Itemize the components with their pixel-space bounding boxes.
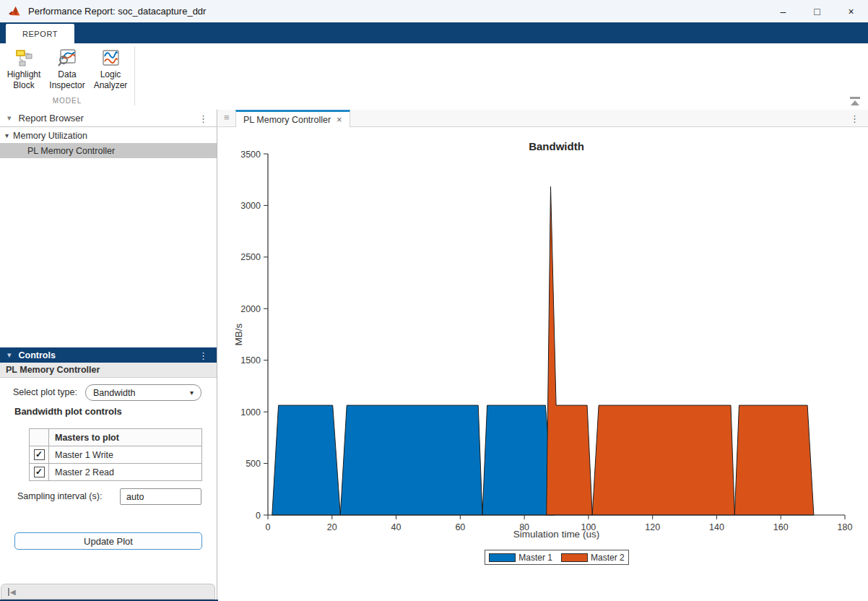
area-series: [547, 186, 814, 515]
maximize-button[interactable]: □: [800, 0, 834, 22]
controls-header: ▾ Controls ⋮: [0, 347, 217, 363]
sampling-interval-value: auto: [126, 492, 144, 502]
update-plot-button[interactable]: Update Plot: [14, 532, 202, 550]
plot-type-label: Select plot type:: [13, 387, 77, 397]
legend-label: Master 1: [518, 553, 552, 563]
ribbon-tab-report[interactable]: REPORT: [6, 24, 74, 43]
legend-item: Master 2: [561, 553, 625, 563]
chart-ylabel: MB/s: [233, 316, 248, 353]
svg-text:0: 0: [256, 511, 261, 521]
checkbox-column-header: [30, 429, 49, 446]
matlab-logo-icon: [9, 6, 22, 17]
report-browser-menu-icon[interactable]: ⋮: [199, 113, 208, 124]
masters-table-header-row: Masters to plot: [30, 429, 202, 446]
highlight-block-label-line1: Highlight: [3, 69, 45, 80]
legend-swatch: [489, 553, 516, 562]
logic-analyzer-label-line2: Analyzer: [90, 80, 131, 91]
legend-swatch: [561, 553, 588, 562]
svg-text:3500: 3500: [240, 150, 261, 160]
collapse-arrow-icon[interactable]: ▾: [7, 350, 12, 360]
collapse-toolstrip-icon[interactable]: [849, 97, 861, 105]
bandwidth-controls-title: Bandwidth plot controls: [14, 406, 122, 417]
plot-type-dropdown[interactable]: Bandwidth ▾: [85, 384, 201, 401]
svg-text:1000: 1000: [240, 407, 261, 418]
sampling-interval-input[interactable]: auto: [120, 488, 201, 505]
svg-text:500: 500: [246, 459, 261, 469]
tree-item-pl-memory-controller[interactable]: PL Memory Controller: [0, 143, 217, 158]
logic-analyzer-icon: [100, 48, 121, 68]
report-browser-header: ▾ Report Browser ⋮: [0, 110, 217, 127]
tab-grip-icon[interactable]: ≡: [224, 112, 230, 123]
tab-close-icon[interactable]: ×: [337, 114, 342, 125]
logic-analyzer-button[interactable]: Logic Analyzer: [90, 48, 131, 91]
area-series: [272, 405, 555, 515]
master1-label: Master 1 Write: [49, 446, 202, 464]
chart-legend: Master 1Master 2: [485, 550, 629, 565]
window-title: Performance Report: soc_datacapture_ddr: [28, 6, 206, 17]
table-row: ✓ Master 2 Read: [30, 464, 202, 481]
ribbon-bar: REPORT: [0, 22, 868, 43]
sampling-interval-label: Sampling interval (s):: [17, 491, 102, 501]
legend-item: Master 1: [489, 553, 552, 563]
panel-bottom-bar: ◀: [1, 584, 215, 600]
chart-xlabel: Simulation time (us): [268, 529, 845, 540]
main-area: ≡ PL Memory Controller × ⋮ Bandwidth MB/…: [218, 110, 868, 601]
masters-table: Masters to plot ✓ Master 1 Write ✓ Maste…: [29, 428, 202, 481]
controls-subtitle-bar: PL Memory Controller: [0, 363, 217, 378]
masters-column-header: Masters to plot: [49, 429, 202, 446]
close-button[interactable]: ×: [834, 0, 868, 22]
table-row: ✓ Master 1 Write: [30, 446, 202, 464]
highlight-block-button[interactable]: Highlight Block: [3, 48, 45, 91]
toolbar-group-label: MODEL: [0, 97, 134, 105]
plot-type-value: Bandwidth: [93, 388, 190, 398]
tabbar-menu-icon[interactable]: ⋮: [850, 113, 859, 124]
svg-text:1500: 1500: [240, 355, 261, 366]
highlight-block-icon: [14, 48, 34, 68]
master2-checkbox[interactable]: ✓: [34, 467, 45, 477]
data-inspector-label-line1: Data: [46, 69, 88, 80]
title-bar: Performance Report: soc_datacapture_ddr …: [0, 0, 868, 23]
highlight-block-label-line2: Block: [3, 80, 45, 91]
controls-title: Controls: [19, 350, 56, 360]
controls-subtitle: PL Memory Controller: [6, 365, 100, 375]
tab-pl-memory-controller[interactable]: PL Memory Controller ×: [235, 110, 350, 127]
svg-text:2500: 2500: [240, 252, 261, 262]
data-inspector-label-line2: Inspector: [46, 80, 88, 91]
tree-item-memory-utilization[interactable]: ▾ Memory Utilization: [0, 128, 217, 143]
data-inspector-button[interactable]: Data Inspector: [46, 48, 88, 91]
toolbar-divider: [134, 46, 135, 105]
tree-item-label: PL Memory Controller: [27, 146, 115, 156]
collapse-panel-icon[interactable]: ◀: [8, 588, 16, 596]
left-panel: ▾ Report Browser ⋮ ▾ Memory Utilization …: [0, 110, 217, 601]
collapse-arrow-icon[interactable]: ▾: [7, 113, 12, 123]
tab-label: PL Memory Controller: [243, 115, 331, 125]
chart-title: Bandwidth: [268, 140, 845, 152]
master1-checkbox[interactable]: ✓: [34, 449, 45, 460]
document-tab-bar: ≡ PL Memory Controller × ⋮: [218, 110, 868, 127]
minimize-button[interactable]: –: [766, 0, 800, 22]
bandwidth-chart: Bandwidth MB/s 0204060801001201401601800…: [218, 127, 868, 601]
svg-text:3000: 3000: [240, 201, 261, 211]
controls-menu-icon[interactable]: ⋮: [199, 350, 208, 360]
svg-text:2000: 2000: [240, 304, 261, 314]
chevron-down-icon: ▾: [190, 389, 194, 397]
tree-item-label: Memory Utilization: [13, 131, 87, 141]
report-browser-title: Report Browser: [19, 113, 84, 124]
legend-label: Master 2: [591, 553, 625, 563]
tree-expand-icon[interactable]: ▾: [5, 131, 9, 139]
toolbar: Highlight Block Data Inspector Logic Ana…: [0, 43, 868, 111]
data-inspector-icon: [57, 48, 77, 68]
logic-analyzer-label-line1: Logic: [90, 69, 131, 80]
master2-label: Master 2 Read: [49, 464, 202, 481]
